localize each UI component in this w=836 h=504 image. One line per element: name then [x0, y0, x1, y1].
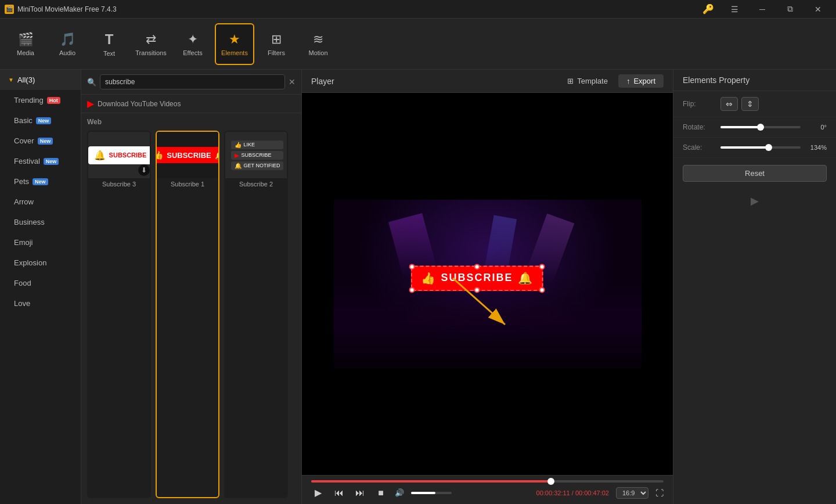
tool-text-label: Text	[103, 50, 115, 57]
template-label: Template	[577, 77, 608, 85]
cat-festival[interactable]: Festival New	[0, 151, 81, 171]
current-time: 00:00:32:11	[536, 489, 570, 496]
clear-search-btn[interactable]: ✕	[289, 77, 296, 87]
restore-btn[interactable]: ⧉	[777, 0, 803, 19]
cat-emoji[interactable]: Emoji	[0, 232, 81, 253]
template-btn[interactable]: ⊞ Template	[561, 74, 614, 88]
total-time: 00:00:47:02	[575, 489, 609, 496]
export-icon: ↑	[626, 77, 630, 85]
play-btn[interactable]: ▶	[311, 486, 325, 500]
cat-arrow-label: Arrow	[14, 197, 34, 206]
tool-effects[interactable]: ✦ Effects	[173, 23, 212, 65]
element-subscribe3[interactable]: 🔔 SUBSCRIBE ⬇ Subscribe 3	[87, 131, 151, 498]
flip-row: Flip: ⇔ ⇕	[673, 91, 836, 117]
subscribe2-preview: 👍 LIKE ▶ SUBSCRIBE 🔔 GET NOTIFIED	[225, 132, 288, 178]
tool-media[interactable]: 🎬 Media	[6, 23, 45, 65]
subscribe2-label: Subscribe 2	[225, 178, 287, 191]
categories-panel: ▼ All(3) Trending Hot Basic New Cover Ne…	[0, 70, 81, 504]
progress-bar[interactable]	[311, 480, 664, 483]
minimize-btn[interactable]: ─	[749, 0, 776, 19]
basic-badge: New	[36, 117, 52, 124]
prev-frame-btn[interactable]: ⏮	[332, 486, 346, 500]
rotate-slider[interactable]	[720, 126, 801, 128]
cat-cover-label: Cover	[14, 136, 34, 145]
scale-thumb[interactable]	[765, 144, 772, 151]
template-icon: ⊞	[567, 77, 574, 85]
cat-explosion-label: Explosion	[14, 258, 46, 267]
export-btn[interactable]: ↑ Export	[618, 74, 664, 88]
subscribe-overlay[interactable]: 👍 SUBSCRIBE 🔔	[410, 265, 543, 291]
volume-slider[interactable]	[411, 492, 452, 494]
bell-icon-sub3: 🔔	[94, 150, 106, 161]
bell-icon-sub2: 🔔	[235, 163, 242, 169]
audio-icon: 🎵	[60, 32, 75, 47]
tool-transitions[interactable]: ⇄ Transitions	[131, 23, 171, 65]
cat-love-label: Love	[14, 299, 30, 308]
cat-food[interactable]: Food	[0, 273, 81, 293]
time-display: 00:00:32:11 / 00:00:47:02	[536, 489, 609, 496]
export-label: Export	[633, 77, 655, 85]
tool-motion[interactable]: ≋ Motion	[298, 23, 338, 65]
tool-filters-label: Filters	[268, 49, 285, 56]
youtube-icon: ▶	[87, 98, 94, 109]
tool-filters[interactable]: ⊞ Filters	[257, 23, 296, 65]
cat-arrow[interactable]: Arrow	[0, 192, 81, 212]
reset-btn[interactable]: Reset	[683, 165, 827, 182]
cat-love[interactable]: Love	[0, 293, 81, 314]
next-frame-btn[interactable]: ⏭	[353, 486, 367, 500]
cat-business[interactable]: Business	[0, 212, 81, 232]
rotate-label: Rotate:	[683, 123, 715, 131]
player-controls: ▶ ⏮ ⏭ ■ 🔊 00:00:32:11 / 00:00:47:02 16:9…	[302, 475, 673, 504]
cat-explosion[interactable]: Explosion	[0, 253, 81, 273]
cat-trending[interactable]: Trending Hot	[0, 90, 81, 110]
cat-food-label: Food	[14, 279, 31, 287]
handle-tm	[474, 264, 480, 269]
subscribe3-visual: 🔔 SUBSCRIBE	[88, 146, 151, 164]
cat-pets-label: Pets	[14, 177, 29, 186]
progress-fill	[311, 480, 551, 483]
effects-icon: ✦	[188, 32, 198, 47]
scale-fill	[720, 146, 769, 149]
flip-buttons: ⇔ ⇕	[720, 97, 759, 111]
tool-audio[interactable]: 🎵 Audio	[48, 23, 87, 65]
handle-br	[539, 287, 545, 293]
player-header: Player ⊞ Template ↑ Export	[302, 70, 673, 93]
rotate-slider-container	[720, 126, 801, 128]
rotate-thumb[interactable]	[757, 124, 764, 131]
player-label: Player	[311, 77, 561, 86]
filters-icon: ⊞	[271, 32, 282, 47]
aspect-ratio-select[interactable]: 16:9 9:16 1:1 4:3	[616, 487, 648, 499]
fullscreen-btn[interactable]: ⛶	[655, 488, 664, 498]
rotate-row: Rotate: 0°	[673, 117, 836, 138]
cat-cover[interactable]: Cover New	[0, 131, 81, 151]
search-bar: 🔍 ✕	[81, 70, 301, 95]
element-subscribe2[interactable]: 👍 LIKE ▶ SUBSCRIBE 🔔 GET NOTIFIED S	[224, 131, 288, 498]
subscribe2-visual: 👍 LIKE ▶ SUBSCRIBE 🔔 GET NOTIFIED	[231, 141, 284, 170]
prop-arrow[interactable]: ▶	[673, 189, 836, 213]
subscribe1-label: Subscribe 1	[157, 178, 218, 191]
cat-all[interactable]: ▼ All(3)	[0, 70, 81, 90]
search-icon: 🔍	[87, 78, 96, 87]
tool-text[interactable]: T Text	[89, 23, 129, 65]
yt-icon: ▶	[235, 152, 239, 159]
stop-btn[interactable]: ■	[374, 486, 388, 500]
close-btn[interactable]: ✕	[805, 0, 831, 19]
flip-vertical-btn[interactable]: ⇕	[741, 97, 759, 111]
section-web-title: Web	[81, 113, 301, 131]
tool-elements[interactable]: ★ Elements	[215, 23, 254, 65]
tool-motion-label: Motion	[308, 49, 327, 56]
download-bar[interactable]: ▶ Download YouTube Videos	[81, 95, 301, 113]
search-input[interactable]	[100, 74, 285, 89]
flip-horizontal-btn[interactable]: ⇔	[720, 97, 738, 111]
element-subscribe1[interactable]: 👍 SUBSCRIBE 🔔 Subscribe 1	[156, 131, 219, 498]
progress-thumb[interactable]	[547, 478, 554, 485]
rotate-value: 0°	[806, 124, 827, 131]
menu-btn[interactable]: ☰	[721, 0, 748, 19]
handle-tr	[539, 264, 545, 269]
handle-bl	[409, 287, 415, 293]
cat-pets[interactable]: Pets New	[0, 171, 81, 192]
cat-basic[interactable]: Basic New	[0, 110, 81, 131]
like-row: 👍 LIKE	[231, 141, 284, 149]
festival-badge: New	[44, 158, 59, 165]
scale-slider[interactable]	[720, 146, 801, 149]
